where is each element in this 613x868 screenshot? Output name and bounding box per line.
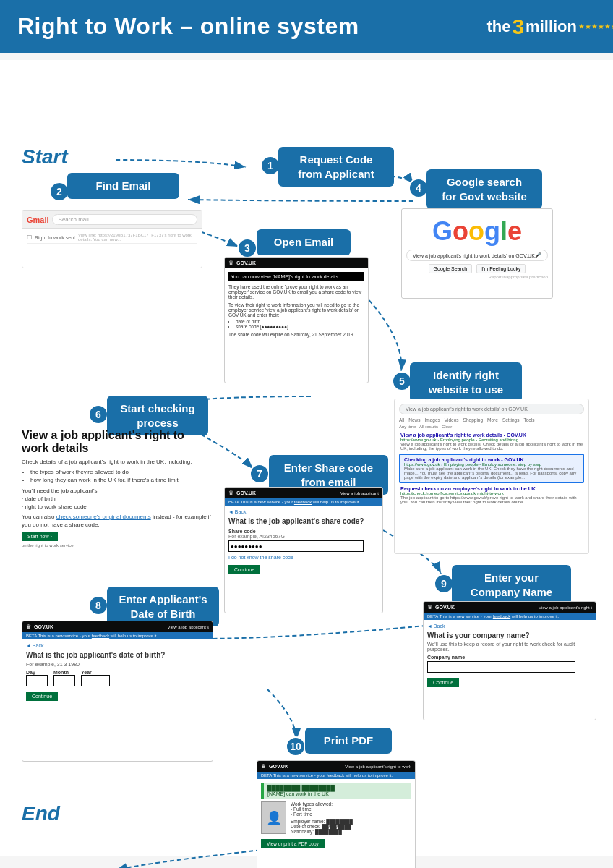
crown-icon: ♛: [228, 260, 233, 266]
back-link-2[interactable]: ◄ Back: [228, 509, 379, 514]
google-search-text: View a job applicant's right to work det…: [413, 253, 535, 258]
print-pdf-btn[interactable]: View or print a PDF copy: [261, 839, 325, 848]
step-circle-6: 6: [88, 404, 108, 425]
result-3-desc: The job applicant to go to https://www.g…: [400, 495, 583, 504]
govuk-company-body: ◄ Back What is your company name? We'll …: [424, 620, 596, 691]
g-letter-6: e: [507, 216, 522, 246]
feedback-link-2[interactable]: feedback: [294, 500, 312, 504]
logo: the 3 million ★★★★★★★★★★★★: [486, 14, 596, 39]
step6-li-2: how long they can work in the UK for, if…: [30, 476, 213, 484]
crown-icon-3: ♛: [26, 624, 31, 630]
result-type-2: - Part time: [291, 812, 353, 817]
step6-dob: · date of birth: [22, 495, 213, 503]
dob-day-input[interactable]: [26, 675, 48, 686]
govuk-email-heading-bar: You can now view [NAME]'s right to work …: [228, 272, 364, 281]
logo-pre: the: [486, 17, 510, 36]
crown-icon-4: ♛: [427, 604, 432, 610]
step6-body: Check details of a job applicant's right…: [22, 458, 213, 548]
dob-year-input[interactable]: [81, 675, 110, 686]
result-type-1: - Full time: [291, 807, 353, 812]
govuk-company-header: ♛ GOV.UK View a job applicant's right t: [424, 602, 596, 613]
sharecode-hint: For example, AI234567G: [228, 534, 379, 539]
g-letter-4: g: [484, 216, 500, 246]
google-lucky-btn[interactable]: I'm Feeling Lucky: [476, 264, 526, 273]
govuk-sharecode-header: ♛ GOV.UK View a job applicant: [225, 488, 382, 498]
tab-settings: Settings: [502, 417, 520, 422]
tab-all: All: [399, 417, 404, 422]
dob-example: For example, 31 3 1980: [26, 662, 209, 667]
govuk-email-li-1: date of birth: [236, 319, 364, 324]
govuk-brand: GOV.UK: [236, 260, 256, 265]
gmail-logo: Gmail: [27, 216, 49, 224]
govuk-email-header: ♛ GOV.UK: [225, 258, 368, 268]
step-circle-7: 7: [249, 464, 270, 484]
govuk-email-expiry: The share code will expire on Saturday, …: [228, 332, 364, 337]
govuk-dob-body: ◄ Back What is the job applicant's date …: [22, 639, 213, 705]
gmail-body: ☐ Right to work sent View link: https://…: [22, 229, 202, 247]
person-icon: 👤: [266, 810, 282, 826]
result-1-desc: View a job applicant's right to work det…: [400, 442, 583, 451]
step6-subtext: Check details of a job applicant's right…: [22, 458, 213, 466]
feedback-link-5[interactable]: feedback: [327, 773, 344, 778]
step6-sharecode: · right to work share code: [22, 503, 213, 511]
result-1: View a job applicant's right to work det…: [399, 431, 584, 452]
applicant-photo: 👤: [261, 801, 286, 834]
step6-li-1: the types of work they're allowed to do: [30, 468, 213, 476]
sharecode-input[interactable]: [228, 540, 364, 552]
search-tabs: All News Images Videos Shopping More Set…: [399, 417, 584, 422]
tab-tools: Tools: [523, 417, 534, 422]
start-now-button[interactable]: Start now ›: [22, 532, 58, 541]
no-share-code-link[interactable]: I do not know the share code: [228, 555, 379, 560]
govuk-company-screen: ♛ GOV.UK View a job applicant's right t …: [423, 601, 596, 720]
google-search-bar: View a job applicant's right to work det…: [406, 250, 548, 261]
step-circle-3: 3: [237, 238, 257, 258]
result-3-title: Request check on an employee's right to …: [400, 486, 583, 491]
crown-icon-2: ♛: [228, 490, 233, 496]
step-box-9: Enter yourCompany Name: [452, 565, 571, 605]
google-search-btn[interactable]: Google Search: [429, 264, 473, 273]
feedback-link-4[interactable]: feedback: [493, 614, 510, 618]
result-3: Request check on an employee's right to …: [399, 485, 584, 506]
step-box-1: Request Codefrom Applicant: [278, 147, 394, 187]
govuk-brand-5: GOV.UK: [269, 764, 288, 769]
gmail-checkbox-icon: ☐: [27, 234, 32, 241]
govuk-service-name-5: View a job applicant's right to work: [291, 765, 411, 769]
back-link-3[interactable]: ◄ Back: [26, 643, 209, 648]
gmail-email-preview: View link: https://2190B1737F1BC17TF1737…: [78, 233, 197, 242]
header: Right to Work – online system the 3 mill…: [0, 0, 613, 53]
result-name-heading: ████████ ████████: [267, 785, 408, 791]
main-canvas: Start 1 Request Codefrom Applicant 2 Fin…: [0, 60, 613, 856]
back-link-4[interactable]: ◄ Back: [427, 624, 592, 629]
g-letter-3: o: [468, 216, 484, 246]
govuk-email-screen: ♛ GOV.UK You can now view [NAME]'s right…: [224, 257, 369, 383]
crown-icon-5: ♛: [261, 763, 266, 770]
sharecode-heading: What is the job applicant's share code?: [228, 517, 379, 525]
dob-month-label: Month: [53, 670, 75, 675]
g-letter-5: l: [500, 216, 507, 246]
result-banner: ████████ ████████ [NAME] can work in the…: [261, 783, 411, 799]
step6-note: You'll need the job applicant's: [22, 487, 213, 495]
company-name-input[interactable]: [427, 661, 575, 673]
beta-bar-3: BETA This is a new service - your feedba…: [22, 632, 213, 639]
govuk-sharecode-screen: ♛ GOV.UK View a job applicant BETA This …: [224, 487, 383, 613]
dob-month-input[interactable]: [53, 675, 75, 686]
feedback-link-3[interactable]: feedback: [92, 634, 109, 638]
step6-alt-link[interactable]: check someone's original documents: [56, 514, 151, 520]
step-box-3: Open Email: [257, 229, 351, 255]
google-buttons: Google Search I'm Feeling Lucky: [406, 264, 548, 273]
dob-continue-btn[interactable]: Continue: [26, 692, 58, 701]
sharecode-label: Share code: [228, 529, 256, 534]
govuk-brand-2: GOV.UK: [236, 490, 256, 495]
govuk-email-text: They have used the online 'prove your ri…: [228, 284, 364, 299]
sharecode-continue-btn[interactable]: Continue: [228, 565, 260, 574]
govuk-sharecode-body: ◄ Back What is the job applicant's share…: [225, 506, 382, 578]
result-2: Checking a job applicant's right to work…: [399, 454, 584, 483]
company-continue-btn[interactable]: Continue: [427, 678, 459, 687]
g-letter-1: G: [432, 216, 453, 246]
result-nationality: Nationality: ████████: [291, 829, 353, 834]
result-photo-details: 👤 Work types allowed: - Full time - Part…: [261, 801, 411, 834]
step6-list: the types of work they're allowed to do …: [30, 468, 213, 484]
step-circle-4: 4: [408, 178, 429, 198]
govuk-email-bullets-intro: To view their right to work information …: [228, 302, 364, 318]
result-work-types: Work types allowed:: [291, 801, 353, 807]
